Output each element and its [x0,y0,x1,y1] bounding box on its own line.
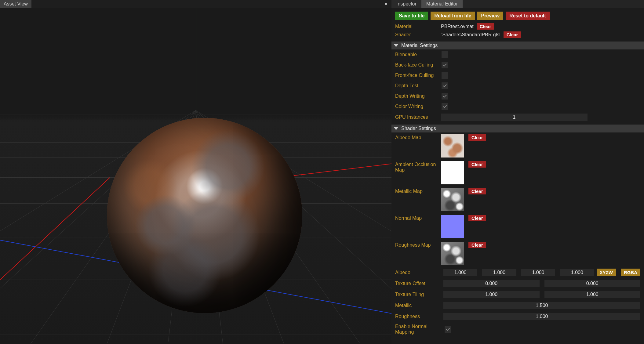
tab-label: Asset View [4,1,28,7]
map-ao: Ambient Occlusion Map Clear [391,159,644,186]
asset-view-tabbar: Asset View [0,0,391,8]
material-value: PBRtest.ovmat [441,24,474,29]
input-gpu-instances[interactable]: 1 [441,114,588,121]
tab-inspector[interactable]: Inspector [391,0,421,8]
prop-frontface-culling: Front-face Culling [391,70,644,81]
checkbox-depthwrite[interactable] [442,93,448,100]
thumb-metallic[interactable] [441,188,464,211]
thumb-ao[interactable] [441,161,464,184]
chevron-down-icon [394,127,398,130]
xyzw-button[interactable]: XYZW [597,269,616,276]
clear-ao-button[interactable]: Clear [468,161,486,168]
albedo-x[interactable]: 1.000 [443,269,477,276]
material-editor-content: Save to file Reload from file Preview Re… [391,8,644,344]
checkbox-backface[interactable] [442,62,448,68]
checkbox-frontface[interactable] [442,72,448,79]
albedo-y[interactable]: 1.000 [482,269,516,276]
clear-roughness-button[interactable]: Clear [468,242,486,248]
rgba-button[interactable]: RGBA [621,269,640,276]
section-title: Shader Settings [401,126,436,131]
close-icon[interactable]: × [384,1,388,8]
chevron-down-icon [394,44,398,47]
preview-button[interactable]: Preview [477,12,503,20]
section-title: Material Settings [401,43,438,48]
prop-metallic: Metallic 1.500 [391,300,644,311]
clear-metallic-button[interactable]: Clear [468,188,486,194]
prop-texture-tiling: Texture Tiling 1.000 1.000 [391,289,644,300]
preview-sphere [107,118,302,313]
textiling-x[interactable]: 1.000 [443,291,540,298]
prop-backface-culling: Back-face Culling [391,60,644,70]
app-root: Asset View × [0,0,644,344]
thumb-roughness[interactable] [441,242,464,265]
clear-albedo-button[interactable]: Clear [468,134,486,141]
prop-texture-offset: Texture Offset 0.000 0.000 [391,278,644,289]
material-label: Material [395,24,441,29]
reset-button[interactable]: Reset to default [506,12,550,20]
map-normal: Normal Map Clear [391,213,644,240]
asset-view-panel: Asset View × [0,0,391,344]
save-button[interactable]: Save to file [395,12,428,20]
texoffset-y[interactable]: 0.000 [544,280,641,287]
prop-albedo-vec: Albedo 1.000 1.000 1.000 1.000 XYZW RGBA [391,267,644,278]
prop-color-writing: Color Writing [391,101,644,112]
clear-shader-button[interactable]: Clear [504,31,521,38]
section-material-settings[interactable]: Material Settings [391,42,644,49]
shader-path-row: Shader :Shaders\StandardPBR.glsl Clear [391,31,644,40]
shader-label: Shader [395,32,441,38]
viewport-3d[interactable] [0,8,391,344]
checkbox-blendable[interactable] [442,51,448,58]
action-row: Save to file Reload from file Preview Re… [391,8,644,23]
textiling-y[interactable]: 1.000 [544,291,641,298]
texoffset-x[interactable]: 0.000 [443,280,540,287]
prop-depth-writing: Depth Writing [391,91,644,101]
shader-value: :Shaders\StandardPBR.glsl [441,32,500,38]
tab-label: Inspector [396,1,417,7]
roughness-value[interactable]: 1.000 [443,313,640,320]
prop-gpu-instances: GPU Instances 1 [391,112,644,123]
prop-roughness: Roughness 1.000 [391,311,644,322]
checkbox-depthtest[interactable] [442,82,448,89]
map-metallic: Metallic Map Clear [391,186,644,213]
tab-label: Material Editor [426,1,458,7]
section-shader-settings[interactable]: Shader Settings [391,125,644,132]
clear-material-button[interactable]: Clear [477,23,494,30]
prop-enable-normal-mapping: Enable Normal Mapping [391,322,644,337]
map-roughness: Roughness Map Clear [391,240,644,267]
tab-asset-view[interactable]: Asset View [0,0,31,8]
checkbox-enable-normal[interactable] [445,326,451,333]
prop-depth-test: Depth Test [391,81,644,91]
right-tabbar: Inspector Material Editor [391,0,644,8]
thumb-normal[interactable] [441,215,464,238]
metallic-value[interactable]: 1.500 [443,302,640,309]
material-path-row: Material PBRtest.ovmat Clear [391,23,644,31]
albedo-z[interactable]: 1.000 [521,269,555,276]
thumb-albedo[interactable] [441,134,464,158]
albedo-w[interactable]: 1.000 [560,269,594,276]
clear-normal-button[interactable]: Clear [468,215,486,221]
tab-material-editor[interactable]: Material Editor [421,0,463,8]
right-panel: Inspector Material Editor Save to file R… [391,0,644,344]
checkbox-colorwrite[interactable] [442,103,448,110]
map-albedo: Albedo Map Clear [391,132,644,159]
prop-blendable: Blendable [391,49,644,60]
reload-button[interactable]: Reload from file [431,12,475,20]
